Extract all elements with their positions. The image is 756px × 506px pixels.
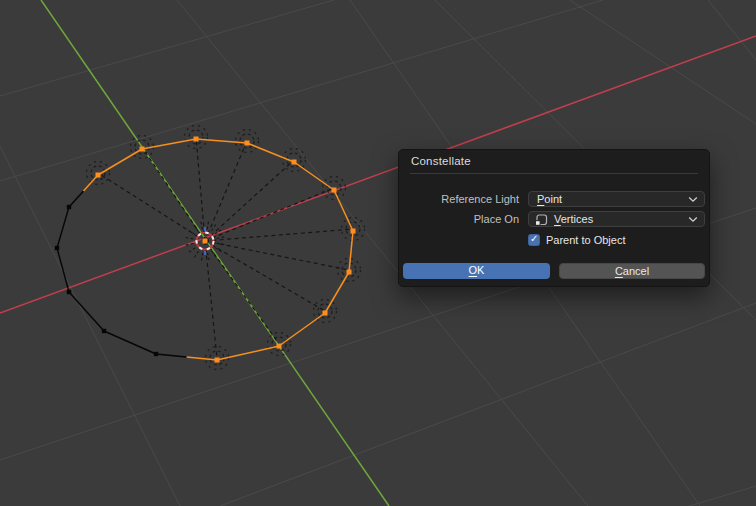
chevron-down-icon — [688, 196, 698, 203]
ok-button[interactable]: OK — [403, 263, 550, 279]
cancel-button-label: Cancel — [615, 264, 649, 279]
place-on-select[interactable]: Vertices — [528, 211, 705, 227]
parent-to-object-label: Parent to Object — [546, 234, 626, 247]
parent-to-object-checkbox[interactable]: ✓ — [528, 234, 540, 246]
check-icon: ✓ — [530, 233, 538, 244]
dialog-title: Constellate — [411, 155, 471, 167]
reference-light-select[interactable]: Point — [528, 191, 705, 207]
reference-light-label: Reference Light — [399, 191, 519, 207]
blender-window: Constellate Reference Light Point Place … — [0, 0, 756, 506]
reference-light-value: Point — [537, 192, 688, 206]
chevron-down-icon — [688, 216, 698, 223]
constellate-dialog: Constellate Reference Light Point Place … — [398, 149, 710, 287]
cancel-button[interactable]: Cancel — [559, 263, 705, 279]
place-on-value: Vertices — [554, 212, 688, 226]
vertices-icon — [535, 213, 548, 226]
ok-button-label: OK — [469, 263, 485, 278]
divider — [410, 173, 698, 174]
place-on-label: Place On — [399, 211, 519, 227]
